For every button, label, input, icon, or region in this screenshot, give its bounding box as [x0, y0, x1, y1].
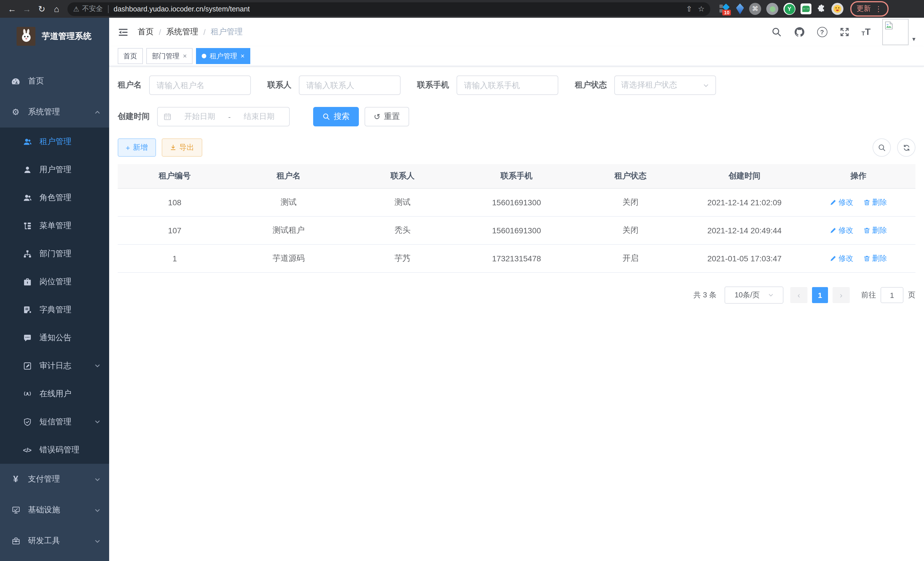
sidebar-item-label: 用户管理 — [39, 164, 71, 175]
edit-link[interactable]: 修改 — [830, 197, 854, 208]
browser-reload-icon[interactable]: ↻ — [34, 2, 49, 16]
font-size-icon[interactable]: TT — [861, 27, 871, 37]
sidebar-item-errcode[interactable]: </> 错误码管理 — [0, 436, 109, 464]
filter-contact: 联系人 — [267, 75, 400, 95]
calendar-icon — [164, 113, 171, 121]
tenant-name-label: 租户名 — [118, 80, 142, 90]
add-button-label: 新增 — [133, 142, 148, 153]
sidebar-item-dept[interactable]: 部门管理 — [0, 240, 109, 268]
browser-back-icon[interactable]: ← — [4, 2, 20, 16]
sidebar-item-post[interactable]: 岗位管理 — [0, 268, 109, 296]
date-range-picker[interactable]: 开始日期 - 结束日期 — [157, 107, 290, 126]
search-icon[interactable] — [771, 27, 782, 37]
sidebar-item-infra[interactable]: 基础设施 — [0, 495, 109, 526]
tab-label: 租户管理 — [210, 51, 237, 61]
roles-icon — [22, 193, 32, 202]
filter-row-2: 创建时间 开始日期 - 结束日期 搜索 — [118, 107, 915, 126]
toggle-search-button[interactable] — [873, 138, 891, 157]
yen-icon: ¥ — [11, 474, 21, 484]
kanban-extension-icon[interactable]: 10 — [718, 3, 731, 15]
cell-created: 2021-12-14 21:02:09 — [687, 188, 801, 217]
sidebar-item-sms[interactable]: 短信管理 — [0, 408, 109, 436]
edit-link[interactable]: 修改 — [830, 253, 854, 264]
sidebar-item-devtools[interactable]: 研发工具 — [0, 526, 109, 556]
sidebar-item-online-user[interactable]: 在线用户 — [0, 380, 109, 408]
tab-tenant[interactable]: 租户管理 × — [196, 48, 250, 64]
share-icon[interactable]: ⇧ — [686, 5, 692, 13]
trash-icon — [863, 255, 870, 262]
user-avatar-menu[interactable]: ▾ — [883, 19, 915, 45]
cell-contact: 芋艿 — [346, 244, 460, 272]
y-extension-icon[interactable]: Y — [783, 3, 795, 15]
chevron-down-icon — [94, 476, 100, 482]
balloon-extension-icon[interactable] — [736, 3, 744, 14]
github-icon[interactable] — [794, 26, 805, 38]
tab-label: 部门管理 — [152, 51, 179, 61]
sidebar-item-user[interactable]: 用户管理 — [0, 156, 109, 183]
sidebar-collapse-icon[interactable] — [118, 27, 129, 38]
command-extension-icon[interactable]: ⌘ — [749, 3, 761, 15]
address-bar[interactable]: ⚠ 不安全 dashboard.yudao.iocoder.cn/system/… — [68, 2, 710, 16]
delete-link[interactable]: 删除 — [863, 197, 887, 208]
sidebar-item-role[interactable]: 角色管理 — [0, 183, 109, 212]
status-select[interactable]: 请选择租户状态 — [614, 75, 716, 95]
breadcrumb-separator: / — [159, 27, 161, 37]
prev-page-button[interactable]: ‹ — [790, 287, 807, 303]
sidebar-item-system[interactable]: ⚙ 系统管理 — [0, 97, 109, 128]
browser-update-button[interactable]: 更新 ⋮ — [850, 1, 889, 17]
current-page-button[interactable]: 1 — [812, 287, 828, 303]
sidebar-item-label: 在线用户 — [39, 389, 71, 399]
next-page-button[interactable]: › — [832, 287, 850, 303]
search-button[interactable]: 搜索 — [313, 107, 359, 126]
sidebar-item-pay[interactable]: ¥ 支付管理 — [0, 464, 109, 495]
fullscreen-icon[interactable] — [839, 27, 849, 37]
sidebar-item-label: 通知公告 — [39, 332, 71, 343]
goto-page-input[interactable] — [880, 287, 903, 303]
emoji-extension-icon[interactable] — [831, 3, 843, 15]
tab-dept[interactable]: 部门管理 × — [146, 48, 193, 64]
export-button[interactable]: 导出 — [161, 138, 202, 157]
table-settings — [873, 138, 915, 157]
sidebar-item-dict[interactable]: 字典管理 — [0, 296, 109, 324]
sidebar-item-label: 角色管理 — [39, 193, 71, 203]
address-divider — [108, 5, 109, 13]
sidebar-item-notice[interactable]: 通知公告 — [0, 324, 109, 352]
tab-close-icon[interactable]: × — [183, 52, 187, 60]
reset-button[interactable]: ↺ 重置 — [364, 107, 409, 126]
browser-home-icon[interactable]: ⌂ — [49, 2, 64, 16]
breadcrumb-system[interactable]: 系统管理 — [166, 27, 198, 37]
tab-close-icon[interactable]: × — [241, 52, 244, 60]
cell-status: 开启 — [573, 244, 687, 272]
browser-forward-icon[interactable]: → — [20, 2, 34, 16]
help-icon[interactable]: ? — [817, 27, 827, 37]
edit-link[interactable]: 修改 — [830, 225, 854, 236]
page-size-select[interactable]: 10条/页 — [724, 287, 783, 304]
site-security[interactable]: ⚠ 不安全 — [73, 4, 103, 14]
edit-label: 修改 — [838, 253, 854, 264]
browser-menu-icon[interactable]: ⋮ — [875, 5, 882, 13]
contact-input[interactable] — [299, 75, 400, 95]
chat-extension-icon[interactable] — [801, 3, 812, 14]
delete-link[interactable]: 删除 — [863, 225, 887, 236]
tab-home[interactable]: 首页 — [118, 48, 143, 64]
bookmark-star-icon[interactable]: ☆ — [698, 5, 705, 13]
sidebar-item-home[interactable]: 首页 — [0, 66, 109, 97]
breadcrumb-home[interactable]: 首页 — [138, 27, 154, 37]
puzzle-extensions-icon[interactable] — [817, 4, 826, 14]
refresh-button[interactable] — [897, 138, 915, 157]
sidebar-item-audit-log[interactable]: 审计日志 — [0, 352, 109, 380]
add-button[interactable]: + 新增 — [118, 138, 156, 157]
delete-link[interactable]: 删除 — [863, 253, 887, 264]
mobile-input[interactable] — [457, 75, 558, 95]
update-label: 更新 — [856, 4, 871, 14]
recorder-extension-icon[interactable] — [766, 3, 778, 15]
tenant-name-input[interactable] — [149, 75, 251, 95]
cell-actions: 修改 删除 — [801, 244, 915, 272]
chevron-down-icon — [94, 538, 100, 544]
sidebar-item-tenant[interactable]: 租户管理 — [0, 128, 109, 156]
sidebar-item-menu[interactable]: 菜单管理 — [0, 212, 109, 240]
cell-tenant-id: 108 — [118, 188, 232, 217]
filter-row-1: 租户名 联系人 联系手机 租户状态 请选择租户状态 — [118, 75, 915, 95]
breadcrumb: 首页 / 系统管理 / 租户管理 — [138, 27, 243, 37]
sidebar-logo[interactable]: 芋道管理系统 — [0, 18, 109, 54]
